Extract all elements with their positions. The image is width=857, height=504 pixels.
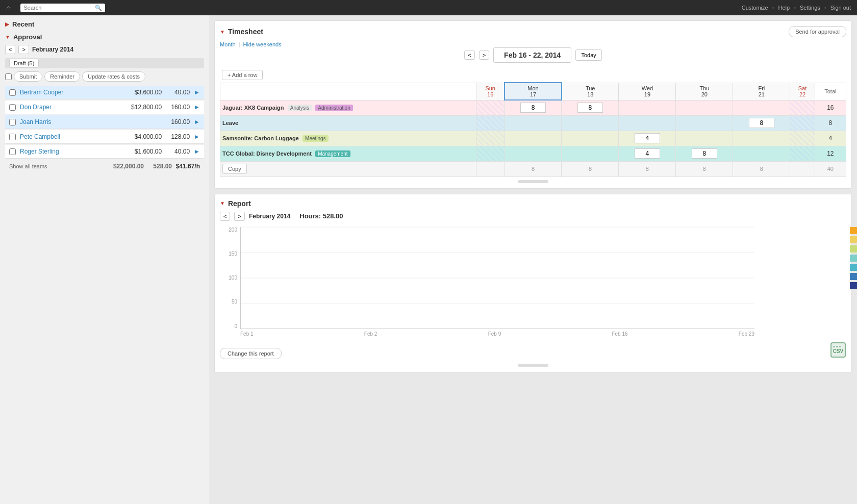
approval-arrow-icon: ▼ bbox=[5, 34, 10, 40]
copy-button[interactable]: Copy bbox=[222, 164, 247, 174]
samsonite-fri[interactable] bbox=[733, 131, 790, 146]
employee-row: Don Draper $12,800.00 160.00 ► bbox=[5, 100, 204, 114]
legend-color-elarbol bbox=[850, 273, 857, 280]
draft-tab[interactable]: Draft (5) bbox=[9, 59, 39, 68]
svg-rect-14 bbox=[833, 346, 835, 347]
employee-arrow-4[interactable]: ► bbox=[194, 148, 200, 155]
customize-link[interactable]: Customize bbox=[742, 5, 768, 11]
jaguar-thu[interactable] bbox=[676, 100, 733, 115]
recent-arrow-icon: ▶ bbox=[5, 21, 9, 27]
search-input[interactable] bbox=[23, 5, 95, 11]
main-layout: ▶ Recent ▼ Approval < > February 2014 Dr… bbox=[0, 15, 857, 504]
submit-button[interactable]: Submit bbox=[14, 71, 42, 82]
leave-sat bbox=[790, 115, 815, 131]
tcc-mon[interactable] bbox=[505, 146, 562, 161]
tcc-wed[interactable] bbox=[619, 146, 676, 161]
employee-checkbox-3[interactable] bbox=[9, 134, 16, 140]
next-month-button[interactable]: > bbox=[18, 45, 29, 54]
prev-week-button[interactable]: < bbox=[464, 51, 474, 60]
settings-link[interactable]: Settings bbox=[800, 5, 820, 11]
reminder-button[interactable]: Reminder bbox=[44, 71, 80, 82]
search-bar[interactable]: 🔍 bbox=[20, 4, 105, 12]
legend-color-samsonite bbox=[850, 255, 857, 262]
leave-fri[interactable] bbox=[733, 115, 790, 131]
employee-arrow-2[interactable]: ► bbox=[194, 118, 200, 125]
employee-name-3[interactable]: Pete Campbell bbox=[20, 133, 121, 140]
th-tue: Tue 18 bbox=[562, 83, 619, 100]
svg-rect-15 bbox=[836, 346, 838, 347]
samsonite-sun bbox=[476, 131, 505, 146]
jaguar-sun bbox=[476, 100, 505, 115]
tcc-tue[interactable] bbox=[562, 146, 619, 161]
tcc-thu-input[interactable] bbox=[692, 148, 717, 159]
report-prev-month-button[interactable]: < bbox=[220, 212, 230, 221]
report-next-month-button[interactable]: > bbox=[234, 212, 244, 221]
project-label-tcc: TCC Global: Disney Development Managemen… bbox=[220, 146, 476, 161]
approval-section: ▼ Approval < > February 2014 Draft (5) S… bbox=[5, 33, 204, 173]
employee-arrow-3[interactable]: ► bbox=[194, 133, 200, 140]
employee-name-2[interactable]: Joan Harris bbox=[20, 118, 121, 125]
leave-fri-input[interactable] bbox=[749, 118, 774, 128]
hide-weekends-link[interactable]: Hide weekends bbox=[243, 41, 281, 47]
next-week-button[interactable]: > bbox=[479, 51, 489, 60]
footer-thu: 8 bbox=[676, 161, 733, 177]
jaguar-mon-input[interactable] bbox=[520, 103, 546, 113]
employee-row: Bertram Cooper $3,600.00 40.00 ► bbox=[5, 86, 204, 99]
leave-mon[interactable] bbox=[505, 115, 562, 131]
employee-arrow-1[interactable]: ► bbox=[194, 104, 200, 111]
jaguar-wed[interactable] bbox=[619, 100, 676, 115]
csv-icon-svg: CSV bbox=[830, 342, 846, 358]
add-row-button[interactable]: + Add a row bbox=[222, 70, 263, 80]
jaguar-tue[interactable] bbox=[562, 100, 619, 115]
legend-item-edeka: Edeka bbox=[850, 282, 857, 289]
prev-month-button[interactable]: < bbox=[5, 45, 15, 54]
employee-row: Pete Campbell $4,000.00 128.00 ► bbox=[5, 130, 204, 144]
timesheet-panel-header: ▼ Timesheet Send for approval bbox=[220, 26, 846, 37]
nav-right: Customize • Help • Settings • Sign out bbox=[742, 5, 851, 11]
change-report-button[interactable]: Change this report bbox=[220, 348, 282, 359]
tcc-wed-input[interactable] bbox=[635, 148, 660, 159]
employee-amount-4: $1,600.00 bbox=[121, 148, 162, 155]
samsonite-mon[interactable] bbox=[505, 131, 562, 146]
today-button[interactable]: Today bbox=[575, 49, 601, 61]
footer-sat bbox=[790, 161, 815, 177]
home-icon[interactable]: ⌂ bbox=[6, 4, 10, 12]
samsonite-wed[interactable] bbox=[619, 131, 676, 146]
employee-name-0[interactable]: Bertram Cooper bbox=[20, 89, 121, 96]
leave-tue[interactable] bbox=[562, 115, 619, 131]
employee-checkbox-2[interactable] bbox=[9, 119, 16, 125]
employee-checkbox-4[interactable] bbox=[9, 148, 16, 155]
employee-name-4[interactable]: Roger Sterling bbox=[20, 148, 121, 155]
tcc-fri[interactable] bbox=[733, 146, 790, 161]
leave-thu[interactable] bbox=[676, 115, 733, 131]
send-approval-button[interactable]: Send for approval bbox=[789, 26, 846, 37]
legend-color-vicks bbox=[850, 227, 857, 234]
svg-rect-16 bbox=[839, 346, 841, 347]
jaguar-fri[interactable] bbox=[733, 100, 790, 115]
jaguar-tue-input[interactable] bbox=[577, 103, 603, 113]
select-all-checkbox[interactable] bbox=[5, 73, 12, 80]
employee-checkbox-0[interactable] bbox=[9, 89, 16, 96]
view-month-link[interactable]: Month bbox=[220, 41, 236, 47]
th-project bbox=[220, 83, 476, 100]
tcc-thu[interactable] bbox=[676, 146, 733, 161]
timesheet-grid: Sun 16 Mon 17 Tue 18 Wed bbox=[220, 82, 846, 177]
samsonite-tue[interactable] bbox=[562, 131, 619, 146]
leave-wed[interactable] bbox=[619, 115, 676, 131]
leave-total: 8 bbox=[815, 115, 846, 131]
table-row: Samsonite: Carbon Luggage Meetings 4 bbox=[220, 131, 846, 146]
footer-total: 40 bbox=[815, 161, 846, 177]
samsonite-wed-input[interactable] bbox=[635, 133, 660, 143]
signout-link[interactable]: Sign out bbox=[830, 5, 851, 11]
update-rates-button[interactable]: Update rates & costs bbox=[82, 71, 145, 82]
jaguar-mon[interactable] bbox=[505, 100, 562, 115]
employee-checkbox-1[interactable] bbox=[9, 104, 16, 111]
csv-export-icon[interactable]: CSV bbox=[830, 342, 846, 361]
samsonite-thu[interactable] bbox=[676, 131, 733, 146]
employee-arrow-0[interactable]: ► bbox=[194, 89, 200, 96]
employee-hours-1: 160.00 bbox=[162, 104, 190, 111]
employee-name-1[interactable]: Don Draper bbox=[20, 104, 121, 111]
show-all-teams[interactable]: Show all teams bbox=[9, 163, 103, 169]
recent-section-header: ▶ Recent bbox=[5, 20, 204, 28]
help-link[interactable]: Help bbox=[778, 5, 790, 11]
